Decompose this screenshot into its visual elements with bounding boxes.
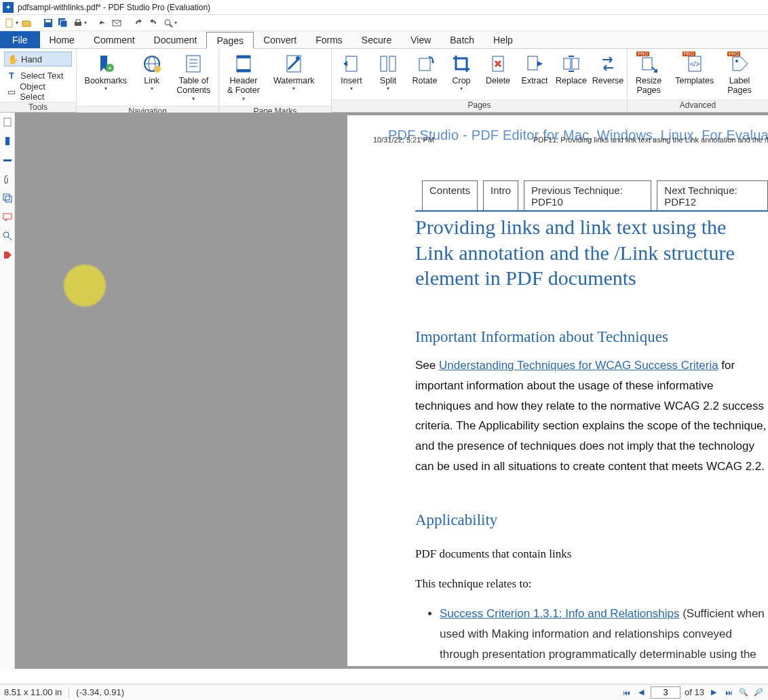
tags-panel-icon[interactable] (2, 250, 13, 260)
svg-rect-0 (6, 19, 12, 27)
ribbon-group-advanced: PROResize Pages PRO</>Templates PROLabel… (628, 49, 768, 112)
dropdown-icon[interactable]: ▾ (84, 20, 87, 26)
menu-secure[interactable]: Secure (352, 31, 401, 48)
dropdown-icon[interactable]: ▾ (16, 20, 18, 26)
document-canvas[interactable]: PDF Studio - PDF Editor for Mac, Windows… (15, 113, 768, 669)
dropdown-icon[interactable]: ▾ (174, 20, 177, 26)
templates-button[interactable]: PRO</>Templates (671, 52, 718, 87)
bookmarks-panel-icon[interactable] (2, 136, 13, 147)
svg-marker-35 (537, 61, 543, 66)
zoom-icon[interactable] (161, 16, 175, 30)
header-footer-button[interactable]: Header & Footer▾ (223, 52, 264, 103)
attachments-panel-icon[interactable] (2, 174, 13, 184)
app-icon: ✦ (3, 2, 14, 13)
print-icon[interactable] (71, 16, 85, 30)
label-pages-button[interactable]: PROLabel Pages (723, 52, 755, 97)
resize-icon: PRO (638, 53, 659, 75)
menu-forms[interactable]: Forms (306, 31, 352, 48)
menu-pages[interactable]: Pages (206, 32, 254, 49)
redo-icon[interactable] (147, 16, 160, 30)
destinations-panel-icon[interactable] (2, 231, 13, 241)
svg-line-9 (170, 24, 172, 27)
open-icon[interactable] (20, 16, 33, 30)
link-button[interactable]: Link▾ (136, 52, 168, 93)
pro-badge: PRO (727, 52, 740, 56)
menu-view[interactable]: View (401, 31, 440, 48)
zoom-in-button[interactable]: 🔎 (753, 687, 764, 698)
svg-rect-44 (3, 159, 12, 161)
doc-header-date: 10/31/22, 5:21 PM (373, 136, 434, 144)
tool-select-text[interactable]: TSelect Text (4, 68, 72, 83)
intro-link[interactable]: Intro (483, 180, 518, 212)
contents-link[interactable]: Contents (422, 180, 478, 212)
last-page-button[interactable]: ⏭ (723, 687, 734, 698)
pages-panel-icon[interactable] (2, 117, 13, 128)
success-criterion-link[interactable]: Success Criterion 1.3.1: Info and Relati… (440, 607, 679, 620)
insert-icon (341, 53, 362, 75)
save-all-icon[interactable] (56, 16, 70, 30)
prev-technique-link[interactable]: Previous Technique: PDF10 (524, 180, 651, 212)
rotate-button[interactable]: Rotate (409, 52, 440, 87)
comments-panel-icon[interactable] (2, 212, 13, 222)
menu-file[interactable]: File (0, 31, 40, 48)
crop-button[interactable]: Crop▾ (446, 52, 477, 93)
understanding-techniques-link[interactable]: Understanding Techniques for WCAG Succes… (439, 359, 718, 372)
next-page-button[interactable]: ▶ (708, 687, 719, 698)
email-icon[interactable] (110, 16, 123, 30)
tool-object-select-label: Object Select (20, 81, 69, 102)
chevron-down-icon: ▾ (292, 85, 295, 92)
tool-hand-label: Hand (21, 54, 42, 64)
svg-rect-31 (419, 58, 430, 71)
split-button[interactable]: Split▾ (372, 52, 404, 93)
next-technique-link[interactable]: Next Technique: PDF12 (657, 180, 768, 212)
menu-home[interactable]: Home (40, 31, 84, 48)
prev-page-button[interactable]: ◀ (636, 687, 647, 698)
signatures-panel-icon[interactable] (2, 155, 13, 166)
chevron-down-icon: ▾ (104, 85, 107, 92)
svg-rect-45 (3, 194, 9, 200)
tool-object-select[interactable]: ▭Object Select (4, 84, 72, 99)
watermark-icon (283, 53, 305, 75)
replace-icon (560, 53, 582, 75)
replace-button[interactable]: Replace (556, 52, 587, 87)
ribbon-group-navigation: + Bookmarks▾ Link▾ Table of Contents▾ Na… (77, 49, 219, 112)
zoom-out-button[interactable]: 🔍 (738, 687, 749, 698)
object-select-icon: ▭ (7, 87, 16, 97)
layers-panel-icon[interactable] (2, 193, 13, 203)
delete-button[interactable]: Delete (482, 52, 514, 87)
reverse-button[interactable]: Reverse (592, 52, 623, 87)
tool-hand[interactable]: ✋Hand (4, 52, 72, 66)
link-label: Link (144, 76, 159, 85)
menu-help[interactable]: Help (484, 31, 522, 48)
svg-rect-29 (381, 56, 387, 71)
resize-pages-button[interactable]: PROResize Pages (632, 52, 666, 97)
svg-marker-28 (343, 61, 347, 66)
revert-icon[interactable] (95, 16, 109, 30)
svg-rect-24 (237, 69, 250, 72)
undo-icon[interactable] (132, 16, 145, 30)
reverse-icon (597, 53, 619, 75)
quick-access-toolbar: ▾ ▾ ▾ (0, 15, 768, 31)
extract-button[interactable]: Extract (519, 52, 550, 87)
cursor-coordinates: (-3.34, 0.91) (76, 687, 124, 697)
bookmarks-button[interactable]: + Bookmarks▾ (81, 52, 131, 93)
save-icon[interactable] (41, 16, 55, 30)
menu-comment[interactable]: Comment (84, 31, 145, 48)
header-footer-icon (233, 53, 254, 75)
text-select-icon: T (7, 71, 16, 81)
insert-button[interactable]: Insert▾ (336, 52, 367, 93)
text: See (415, 359, 439, 372)
menu-convert[interactable]: Convert (254, 31, 306, 48)
menu-document[interactable]: Document (145, 31, 207, 48)
watermark-button[interactable]: Watermark▾ (269, 52, 319, 93)
page-number-input[interactable] (651, 686, 680, 699)
first-page-button[interactable]: ⏮ (621, 687, 632, 698)
menu-batch[interactable]: Batch (440, 31, 484, 48)
main-area: PDF Studio - PDF Editor for Mac, Windows… (0, 113, 768, 669)
doc-paragraph-applicability: PDF documents that contain links (415, 544, 768, 564)
new-file-icon[interactable] (3, 16, 16, 30)
cursor-highlight (64, 265, 106, 307)
menu-bar: File Home Comment Document Pages Convert… (0, 31, 768, 49)
toc-button[interactable]: Table of Contents▾ (173, 52, 214, 103)
resize-label: Resize Pages (636, 76, 661, 96)
